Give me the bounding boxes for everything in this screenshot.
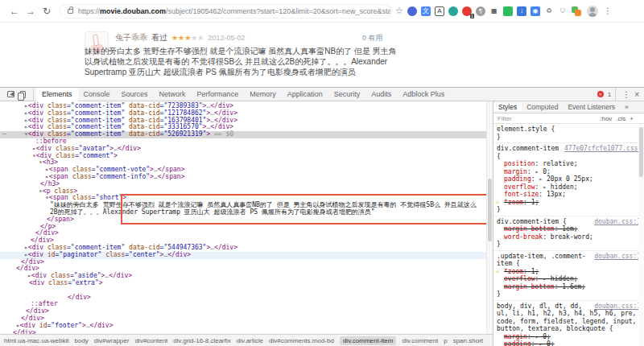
devtools-tab-sources[interactable]: Sources — [116, 88, 154, 101]
styles-tab-computed[interactable]: Computed — [522, 103, 563, 111]
dom-tree-row[interactable]: </p> — [0, 224, 493, 231]
breadcrumb-item[interactable]: div.grid-16-8.clearfix — [173, 337, 230, 344]
breadcrumb-item[interactable]: div#wrapper — [94, 337, 130, 344]
blue-circle-extension-icon[interactable] — [407, 6, 417, 16]
url-scheme: https:// — [78, 7, 100, 15]
filter-input[interactable]: Filter — [497, 115, 512, 122]
devtools-tab-application[interactable]: Application — [282, 88, 328, 101]
dom-tree-row[interactable]: </span> — [0, 216, 493, 224]
letter-a-extension-icon[interactable]: A — [435, 6, 444, 16]
breadcrumb-item[interactable]: div.comment — [402, 337, 438, 344]
styles-filter-bar: Filter :hov .cls + — [493, 113, 644, 124]
dom-tree-row[interactable]: ▸<div id="footer">…</div> — [0, 323, 493, 330]
dom-tree-row[interactable]: ▸<div id="paginator" class="center">…</d… — [0, 252, 493, 259]
css-property[interactable]: font-size: 13px; — [497, 191, 641, 199]
css-property[interactable]: padding: ▸ 20px 0 25px; — [497, 175, 641, 183]
shield-extension-icon[interactable]: ⛉ — [558, 6, 568, 16]
style-rule[interactable]: 477e07cfcfe1077.css:5div.comment-item {p… — [493, 143, 644, 216]
back-icon[interactable]: ← — [6, 6, 23, 17]
dom-tree-row[interactable]: ⋯▾<div class="comment-item" data-cid="52… — [0, 131, 493, 138]
device-toolbar-icon[interactable] — [20, 91, 26, 98]
recycle-extension-icon[interactable]: ♻ — [544, 6, 554, 16]
stylesheet-link[interactable]: douban.css:1 — [594, 218, 641, 226]
stylesheet-link[interactable]: douban.css:1 — [594, 303, 641, 311]
dom-tree-row[interactable]: ::after — [0, 301, 493, 308]
dom-tree-row[interactable]: ▸<span class="comment-info">…</span> — [0, 174, 493, 181]
css-property[interactable]: ⚠*zoom: 1; — [497, 268, 641, 276]
devtools-tab-network[interactable]: Network — [154, 88, 192, 101]
breadcrumb-item[interactable]: body — [74, 337, 88, 344]
devtools-tab-security[interactable]: Security — [328, 88, 366, 101]
devtools-tab-adblock-plus[interactable]: Adblock Plus — [397, 88, 450, 101]
css-property[interactable]: margin: ▸ 0; — [497, 333, 641, 341]
style-rule[interactable]: element.style {} — [493, 124, 644, 143]
css-property[interactable]: overflow: ▸ hidden; — [497, 275, 641, 283]
breadcrumb-item[interactable]: p — [444, 337, 447, 344]
style-rule[interactable]: douban.css:1div.comment-item {margin-bot… — [493, 216, 644, 251]
breadcrumb-item[interactable]: div.comment-item — [340, 336, 397, 345]
dom-tree-row[interactable]: </div> — [0, 230, 493, 237]
elements-scrollbar[interactable] — [486, 101, 493, 334]
bookmark-star-icon[interactable]: ☆ — [395, 6, 403, 16]
devtools-tab-performance[interactable]: Performance — [192, 88, 245, 101]
error-icon[interactable]: × — [597, 91, 604, 97]
new-rule-button[interactable]: + — [630, 115, 634, 122]
useful-votes[interactable]: 0 有用 — [362, 33, 383, 43]
css-property[interactable]: position: relative; — [497, 160, 641, 168]
styles-tab-event-listeners[interactable]: Event Listeners — [563, 103, 620, 111]
css-property[interactable]: overflow: ▸ hidden; — [497, 183, 641, 192]
devtools-tab-elements[interactable]: Elements — [36, 88, 78, 101]
breadcrumb-item[interactable]: div#content — [134, 337, 167, 344]
style-rule[interactable]: douban.css:1body, div, dl, dt, dd, ul, l… — [493, 301, 644, 346]
pseudo-state-toggle[interactable]: :hov — [600, 115, 612, 122]
download-extension-icon[interactable]: ↓ — [517, 6, 526, 16]
breadcrumb-item[interactable]: span.short — [453, 337, 483, 344]
devtools-tab-memory[interactable]: Memory — [244, 88, 282, 101]
sogou-extension-icon[interactable] — [572, 6, 581, 16]
dom-tree-row[interactable]: <div class="extra"> — [0, 280, 493, 287]
reload-icon[interactable]: ↻ — [39, 6, 55, 17]
css-property[interactable]: margin: ▸ 0; — [497, 168, 641, 176]
profile-avatar[interactable] — [587, 6, 598, 17]
styles-tab-styles[interactable]: Styles — [493, 103, 522, 111]
devtools-menu-icon[interactable]: ⋮ — [622, 90, 630, 99]
translate-extension-icon[interactable]: 文 — [421, 6, 431, 16]
dom-tree-row[interactable]: </div> — [0, 308, 493, 315]
dom-tree-row[interactable]: </div> — [0, 295, 493, 302]
teal-circle-extension-icon[interactable] — [448, 6, 458, 16]
css-property[interactable]: padding: ▸ 0; — [497, 340, 641, 346]
css-property[interactable]: margin-bottom: 1em; — [497, 225, 641, 233]
qr-code-extension-icon[interactable]: ▦ — [489, 6, 499, 16]
red-circle-extension-icon[interactable]: 1 — [462, 6, 472, 16]
styles-tab-»[interactable]: » — [620, 103, 634, 111]
inspect-element-icon[interactable] — [7, 91, 14, 97]
devtools-tab-console[interactable]: Console — [78, 88, 116, 101]
breadcrumb-item[interactable]: div.article — [237, 337, 263, 344]
stylesheet-link[interactable]: 477e07cfcfe1077.css:5 — [564, 145, 641, 153]
breadcrumb-item[interactable]: html.ua-mac.ua-webkit — [4, 337, 68, 344]
url-path: /subject/1905462/comments?start=120&limi… — [166, 7, 391, 15]
dom-tree-row[interactable]: "妹妹的旁白太多 荒野生存不够强烈 就是个流浪记嘛 虽然真人真事蛮NB的了 但是… — [0, 202, 493, 216]
css-property[interactable]: margin-bottom: 1.6em; — [497, 283, 641, 291]
comment-status: 看过 — [151, 32, 167, 43]
dom-tree-row[interactable]: </div> — [0, 259, 493, 266]
css-property[interactable]: word-break: break-word; — [497, 233, 641, 241]
devtools-tab-audits[interactable]: Audits — [365, 88, 397, 101]
evernote-extension-icon[interactable] — [503, 6, 513, 16]
address-bar[interactable]: https://movie.douban.com/subject/1905462… — [60, 4, 391, 19]
chrome-menu-icon[interactable]: ⋮ — [604, 6, 612, 15]
breadcrumb-item[interactable]: div#comments.mod-bd — [269, 337, 334, 344]
forward-icon[interactable]: → — [23, 6, 39, 17]
css-property[interactable]: ⚠*zoom: 1; — [497, 199, 641, 207]
camera-extension-icon[interactable]: ◉ — [530, 6, 540, 16]
styles-scrollbar[interactable] — [638, 125, 644, 346]
dom-tree-row[interactable]: </div> — [0, 330, 493, 335]
dom-tree-row[interactable]: ▾<div class="comment"> — [0, 153, 493, 160]
stylesheet-link[interactable]: douban.css:1 — [594, 253, 641, 261]
comment-author-link[interactable]: 兔子乖乖 — [115, 32, 147, 43]
grey-pin-extension-icon[interactable]: ¶ — [476, 6, 485, 16]
row-actions-icon[interactable]: ⋯ — [2, 131, 6, 138]
devtools-close-icon[interactable]: × — [634, 90, 639, 99]
class-toggle[interactable]: .cls — [616, 115, 625, 122]
style-rule[interactable]: douban.css:1.update-item, .comment-item … — [493, 251, 644, 301]
